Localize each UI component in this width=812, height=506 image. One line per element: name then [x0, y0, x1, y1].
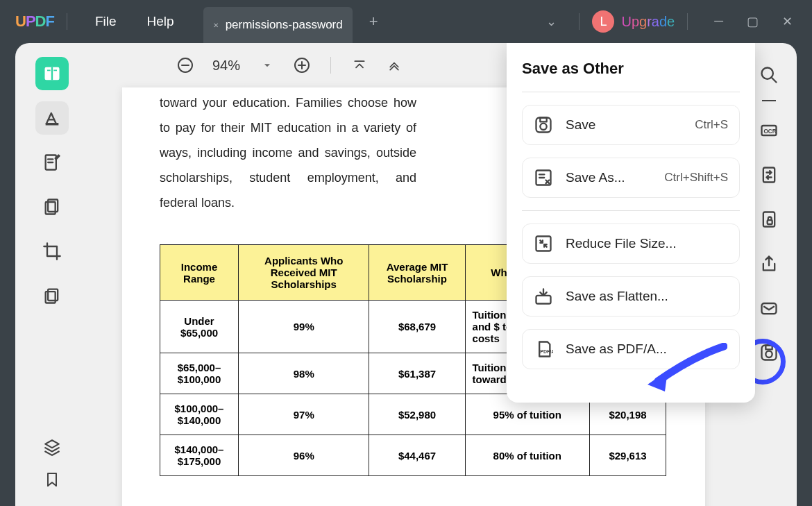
separator [579, 13, 580, 30]
body-paragraph: toward your education. Families choose h… [160, 90, 416, 215]
svg-rect-24 [536, 237, 551, 251]
th-income: Income Range [160, 245, 239, 301]
flatten-icon [534, 287, 553, 306]
reader-tool[interactable] [35, 57, 69, 90]
pdfa-icon: PDF/A [534, 339, 553, 359]
tabbar: ✕ permissions-password + [203, 0, 382, 43]
convert-icon[interactable] [752, 158, 786, 192]
titlebar: UPDF File Help ✕ permissions-password + … [0, 0, 812, 43]
window-controls: ─ ▢ ✕ [714, 14, 793, 29]
save-button[interactable]: Save Ctrl+S [522, 105, 740, 145]
separator [522, 92, 740, 92]
upgrade-link[interactable]: Upgrade [621, 14, 675, 30]
tab-close-icon[interactable]: ✕ [213, 22, 219, 29]
svg-text:PDF/A: PDF/A [540, 349, 553, 354]
organize-tool[interactable] [35, 190, 69, 224]
panel-item-shortcut: Ctrl+S [695, 118, 728, 132]
tab-title: permissions-password [226, 18, 343, 32]
document-tab[interactable]: ✕ permissions-password [203, 7, 353, 43]
save-as-icon [534, 168, 553, 187]
reduce-size-button[interactable]: Reduce File Size... [522, 224, 740, 264]
save-flatten-button[interactable]: Save as Flatten... [522, 276, 740, 317]
batch-tool[interactable] [35, 279, 69, 312]
share-icon[interactable] [752, 247, 786, 280]
tabs-dropdown-icon[interactable]: ⌄ [536, 14, 566, 29]
svg-rect-31 [763, 168, 775, 183]
separator [522, 210, 740, 211]
separator [762, 100, 776, 101]
left-toolbar [15, 43, 88, 506]
annotation-arrow [644, 343, 727, 398]
svg-line-28 [772, 78, 777, 83]
table-row: $140,000–$175,000 96% $44,467 80% of tui… [160, 435, 666, 476]
minimize-button[interactable]: ─ [714, 14, 723, 29]
panel-item-label: Save [566, 117, 695, 133]
zoom-level: 94% [212, 58, 240, 74]
svg-rect-25 [536, 296, 551, 304]
menu-file[interactable]: File [95, 14, 117, 29]
zoom-dropdown[interactable] [254, 52, 280, 78]
svg-point-19 [540, 124, 546, 130]
panel-item-label: Save as Flatten... [566, 289, 728, 304]
svg-rect-34 [762, 303, 777, 314]
zoom-in-button[interactable] [289, 52, 315, 78]
menu-help[interactable]: Help [147, 14, 174, 29]
compress-icon [534, 234, 553, 253]
scroll-top-button[interactable] [346, 52, 373, 78]
protect-icon[interactable] [752, 203, 786, 236]
panel-item-label: Reduce File Size... [566, 236, 728, 251]
scroll-up-button[interactable] [381, 52, 407, 78]
new-tab-button[interactable]: + [365, 8, 382, 35]
panel-title: Save as Other [522, 60, 740, 78]
zoom-toolbar: 94% [168, 43, 412, 87]
app-logo: UPDF [15, 12, 54, 31]
bookmark-icon[interactable] [44, 471, 60, 491]
svg-rect-20 [540, 118, 546, 122]
panel-item-shortcut: Ctrl+Shift+S [664, 171, 728, 185]
th-avg: Average MIT Scholarship [369, 245, 465, 301]
maximize-button[interactable]: ▢ [747, 14, 759, 29]
separator [67, 13, 67, 30]
save-as-button[interactable]: Save As... Ctrl+Shift+S [522, 158, 740, 198]
email-icon[interactable] [752, 292, 786, 325]
panel-item-label: Save As... [566, 170, 664, 185]
edit-tool[interactable] [35, 146, 69, 179]
separator [687, 13, 688, 30]
save-icon [534, 115, 553, 135]
zoom-out-button[interactable] [172, 52, 198, 78]
search-icon[interactable] [752, 58, 786, 92]
separator [330, 57, 331, 74]
crop-tool[interactable] [35, 235, 69, 268]
highlight-tool[interactable] [35, 101, 69, 135]
content-area: 94% the amount of money you will still n… [15, 43, 797, 506]
svg-text:OCR: OCR [763, 128, 776, 135]
user-avatar[interactable]: L [592, 10, 614, 33]
svg-rect-4 [45, 123, 58, 126]
th-applicants: Applicants Who Received MIT Scholarships [238, 245, 369, 301]
ocr-icon[interactable]: OCR [752, 114, 786, 147]
layers-icon[interactable] [43, 438, 61, 459]
close-button[interactable]: ✕ [782, 14, 793, 29]
